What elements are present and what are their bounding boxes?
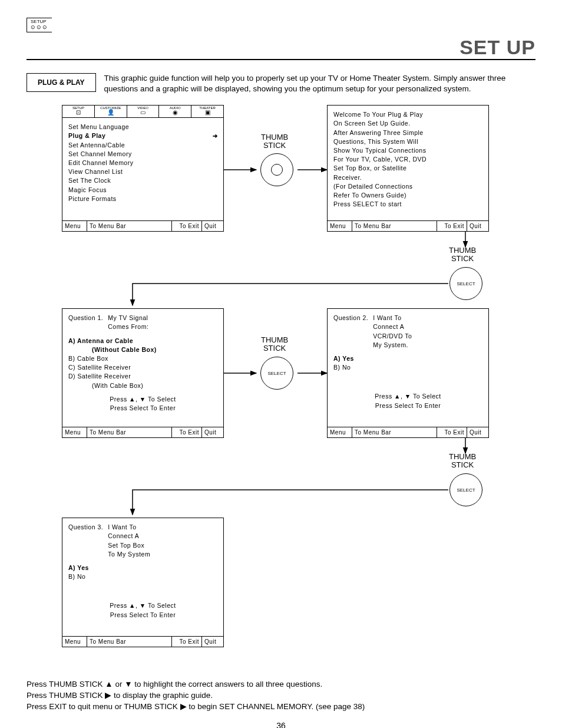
screen-menu: SETUP⊡ CUSTOMIZE👤 VIDEO▭ AUDIO◉ THEATER▣… (62, 105, 224, 232)
page-title: SET UP (459, 36, 535, 59)
thumb-stick-label-2: THUMBSTICK (449, 246, 476, 263)
thumb-stick-circle-2: SELECT (449, 267, 482, 300)
intro-row: PLUG & PLAY This graphic guide function … (27, 73, 535, 94)
thumb-stick-label-1: THUMBSTICK (261, 133, 288, 150)
tab-customize: CUSTOMIZE👤 (95, 106, 127, 117)
screen-q2: Question 2.I Want ToConnect AVCR/DVD ToM… (327, 308, 489, 438)
menu-item: Magic Focus (68, 186, 217, 195)
screen-footer: Menu To Menu Bar To Exit Quit (328, 427, 488, 437)
menu-item: View Channel List (68, 167, 217, 176)
bottom-instructions: Press THUMB STICK ▲ or ▼ to highlight th… (27, 679, 535, 713)
screen-q3: Question 3.I Want ToConnect ASet Top Box… (62, 518, 224, 647)
plug-play-label-box: PLUG & PLAY (27, 73, 96, 92)
tab-setup: SETUP⊡ (62, 106, 95, 117)
inner-circle-icon (271, 164, 283, 176)
badge-label: SETUP (31, 19, 47, 24)
intro-text: This graphic guide function will help yo… (104, 73, 535, 94)
tab-video: VIDEO▭ (127, 106, 160, 117)
page-header: SET UP (27, 36, 535, 60)
screen-welcome: Welcome To Your Plug & PlayOn Screen Set… (327, 105, 489, 232)
thumb-stick-circle-1 (260, 153, 293, 186)
screen-footer: Menu To Menu Bar To Exit Quit (328, 220, 488, 231)
setup-badge: SETUP ⊙⊙⊙ (27, 18, 52, 32)
menu-item: Set Menu Language (68, 123, 217, 131)
thumb-stick-label-4: THUMBSTICK (449, 453, 476, 470)
menu-top-tabs: SETUP⊡ CUSTOMIZE👤 VIDEO▭ AUDIO◉ THEATER▣ (62, 106, 223, 118)
connector-4 (133, 438, 486, 521)
menu-item: Set The Clock (68, 176, 217, 185)
diagram-area: SETUP⊡ CUSTOMIZE👤 VIDEO▭ AUDIO◉ THEATER▣… (27, 105, 535, 677)
footer-exit: To Exit (171, 221, 202, 231)
q2-body: Question 2.I Want ToConnect AVCR/DVD ToM… (328, 309, 488, 427)
tab-theater: THEATER▣ (191, 106, 223, 117)
screen-footer: Menu To Menu Bar To Exit Quit (62, 220, 223, 231)
bottom-line-1: Press THUMB STICK ▲ or ▼ to highlight th… (27, 679, 535, 690)
screen-footer: Menu To Menu Bar To Exit Quit (62, 636, 223, 647)
badge-dots: ⊙⊙⊙ (31, 24, 48, 30)
menu-item: Edit Channel Memory (68, 159, 217, 167)
screen-footer: Menu To Menu Bar To Exit Quit (62, 427, 223, 437)
screen-q1: Question 1.My TV SignalComes From: A) An… (62, 308, 224, 438)
welcome-text: Welcome To Your Plug & PlayOn Screen Set… (328, 106, 488, 220)
menu-item: Picture Formats (68, 195, 217, 203)
footer-quit: Quit (202, 221, 223, 231)
q1-body: Question 1.My TV SignalComes From: A) An… (62, 309, 223, 427)
menu-item: Set Antenna/Cable (68, 141, 217, 150)
menu-item: Set Channel Memory (68, 150, 217, 159)
tab-audio: AUDIO◉ (159, 106, 191, 117)
select-label: SELECT (457, 281, 475, 286)
footer-tobar: To Menu Bar (87, 221, 171, 231)
thumb-stick-circle-3: SELECT (260, 357, 293, 390)
arrow-right-icon: ➔ (213, 132, 218, 141)
thumb-stick-circle-4: SELECT (449, 473, 482, 506)
menu-list: Set Menu Language Plug & Play➔ Set Anten… (62, 118, 223, 220)
q3-body: Question 3.I Want ToConnect ASet Top Box… (62, 518, 223, 636)
thumb-stick-label-3: THUMBSTICK (261, 336, 288, 353)
footer-menu: Menu (62, 221, 87, 231)
bottom-line-2: Press THUMB STICK ▶ to display the graph… (27, 690, 535, 701)
menu-item-selected: Plug & Play➔ (68, 131, 217, 140)
bottom-line-3: Press EXIT to quit menu or THUMB STICK ▶… (27, 701, 535, 713)
connector-2 (133, 232, 486, 308)
page-number: 36 (27, 721, 535, 728)
